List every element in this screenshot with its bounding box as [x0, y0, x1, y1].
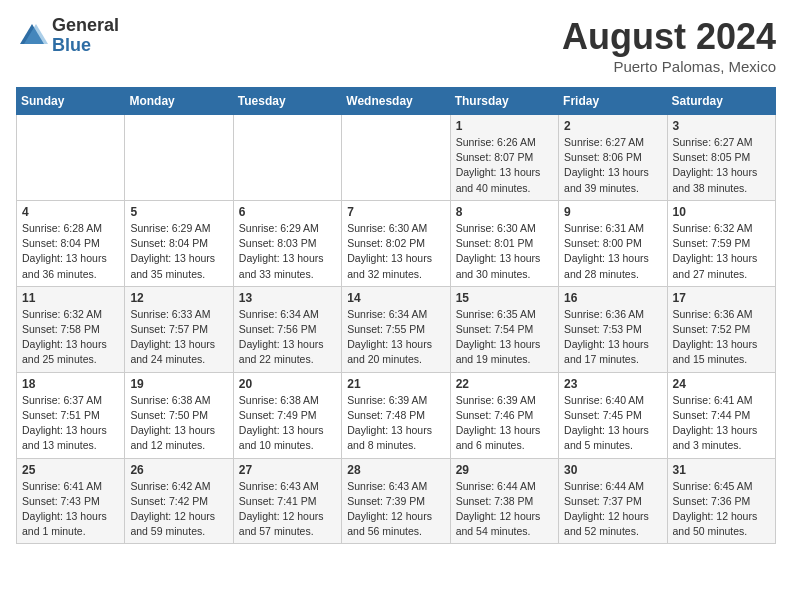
- calendar-cell: 18Sunrise: 6:37 AM Sunset: 7:51 PM Dayli…: [17, 372, 125, 458]
- calendar-cell: 9Sunrise: 6:31 AM Sunset: 8:00 PM Daylig…: [559, 200, 667, 286]
- calendar-header-wednesday: Wednesday: [342, 88, 450, 115]
- location-subtitle: Puerto Palomas, Mexico: [562, 58, 776, 75]
- calendar-header-sunday: Sunday: [17, 88, 125, 115]
- calendar-cell: 19Sunrise: 6:38 AM Sunset: 7:50 PM Dayli…: [125, 372, 233, 458]
- calendar-cell: [17, 115, 125, 201]
- calendar-week-row: 11Sunrise: 6:32 AM Sunset: 7:58 PM Dayli…: [17, 286, 776, 372]
- calendar-cell: 29Sunrise: 6:44 AM Sunset: 7:38 PM Dayli…: [450, 458, 558, 544]
- day-info: Sunrise: 6:37 AM Sunset: 7:51 PM Dayligh…: [22, 393, 119, 454]
- calendar-cell: 17Sunrise: 6:36 AM Sunset: 7:52 PM Dayli…: [667, 286, 775, 372]
- day-info: Sunrise: 6:34 AM Sunset: 7:56 PM Dayligh…: [239, 307, 336, 368]
- calendar-cell: 30Sunrise: 6:44 AM Sunset: 7:37 PM Dayli…: [559, 458, 667, 544]
- calendar-cell: 23Sunrise: 6:40 AM Sunset: 7:45 PM Dayli…: [559, 372, 667, 458]
- day-info: Sunrise: 6:27 AM Sunset: 8:06 PM Dayligh…: [564, 135, 661, 196]
- calendar-cell: 16Sunrise: 6:36 AM Sunset: 7:53 PM Dayli…: [559, 286, 667, 372]
- day-info: Sunrise: 6:30 AM Sunset: 8:01 PM Dayligh…: [456, 221, 553, 282]
- day-info: Sunrise: 6:41 AM Sunset: 7:44 PM Dayligh…: [673, 393, 770, 454]
- day-number: 23: [564, 377, 661, 391]
- calendar-cell: 25Sunrise: 6:41 AM Sunset: 7:43 PM Dayli…: [17, 458, 125, 544]
- day-number: 30: [564, 463, 661, 477]
- day-info: Sunrise: 6:32 AM Sunset: 7:58 PM Dayligh…: [22, 307, 119, 368]
- day-number: 25: [22, 463, 119, 477]
- calendar-cell: 1Sunrise: 6:26 AM Sunset: 8:07 PM Daylig…: [450, 115, 558, 201]
- calendar-cell: 28Sunrise: 6:43 AM Sunset: 7:39 PM Dayli…: [342, 458, 450, 544]
- day-number: 12: [130, 291, 227, 305]
- logo: General Blue: [16, 16, 119, 56]
- day-info: Sunrise: 6:33 AM Sunset: 7:57 PM Dayligh…: [130, 307, 227, 368]
- calendar-header-friday: Friday: [559, 88, 667, 115]
- day-info: Sunrise: 6:31 AM Sunset: 8:00 PM Dayligh…: [564, 221, 661, 282]
- title-block: August 2024 Puerto Palomas, Mexico: [562, 16, 776, 75]
- logo-icon: [16, 20, 48, 52]
- day-info: Sunrise: 6:39 AM Sunset: 7:48 PM Dayligh…: [347, 393, 444, 454]
- day-info: Sunrise: 6:34 AM Sunset: 7:55 PM Dayligh…: [347, 307, 444, 368]
- day-number: 29: [456, 463, 553, 477]
- page-header: General Blue August 2024 Puerto Palomas,…: [16, 16, 776, 75]
- calendar-table: SundayMondayTuesdayWednesdayThursdayFrid…: [16, 87, 776, 544]
- day-info: Sunrise: 6:40 AM Sunset: 7:45 PM Dayligh…: [564, 393, 661, 454]
- day-info: Sunrise: 6:39 AM Sunset: 7:46 PM Dayligh…: [456, 393, 553, 454]
- calendar-cell: 8Sunrise: 6:30 AM Sunset: 8:01 PM Daylig…: [450, 200, 558, 286]
- day-info: Sunrise: 6:42 AM Sunset: 7:42 PM Dayligh…: [130, 479, 227, 540]
- day-info: Sunrise: 6:27 AM Sunset: 8:05 PM Dayligh…: [673, 135, 770, 196]
- day-info: Sunrise: 6:29 AM Sunset: 8:04 PM Dayligh…: [130, 221, 227, 282]
- calendar-header-tuesday: Tuesday: [233, 88, 341, 115]
- calendar-cell: 6Sunrise: 6:29 AM Sunset: 8:03 PM Daylig…: [233, 200, 341, 286]
- calendar-cell: 13Sunrise: 6:34 AM Sunset: 7:56 PM Dayli…: [233, 286, 341, 372]
- day-number: 1: [456, 119, 553, 133]
- calendar-cell: 4Sunrise: 6:28 AM Sunset: 8:04 PM Daylig…: [17, 200, 125, 286]
- calendar-cell: 3Sunrise: 6:27 AM Sunset: 8:05 PM Daylig…: [667, 115, 775, 201]
- calendar-cell: 10Sunrise: 6:32 AM Sunset: 7:59 PM Dayli…: [667, 200, 775, 286]
- calendar-week-row: 25Sunrise: 6:41 AM Sunset: 7:43 PM Dayli…: [17, 458, 776, 544]
- day-number: 24: [673, 377, 770, 391]
- day-number: 27: [239, 463, 336, 477]
- calendar-cell: 27Sunrise: 6:43 AM Sunset: 7:41 PM Dayli…: [233, 458, 341, 544]
- calendar-week-row: 18Sunrise: 6:37 AM Sunset: 7:51 PM Dayli…: [17, 372, 776, 458]
- day-number: 19: [130, 377, 227, 391]
- day-number: 7: [347, 205, 444, 219]
- day-number: 3: [673, 119, 770, 133]
- day-number: 14: [347, 291, 444, 305]
- calendar-cell: [233, 115, 341, 201]
- month-year-title: August 2024: [562, 16, 776, 58]
- day-number: 6: [239, 205, 336, 219]
- day-number: 11: [22, 291, 119, 305]
- calendar-week-row: 1Sunrise: 6:26 AM Sunset: 8:07 PM Daylig…: [17, 115, 776, 201]
- calendar-cell: 2Sunrise: 6:27 AM Sunset: 8:06 PM Daylig…: [559, 115, 667, 201]
- calendar-cell: 24Sunrise: 6:41 AM Sunset: 7:44 PM Dayli…: [667, 372, 775, 458]
- calendar-cell: 26Sunrise: 6:42 AM Sunset: 7:42 PM Dayli…: [125, 458, 233, 544]
- day-number: 22: [456, 377, 553, 391]
- logo-general-text: General: [52, 16, 119, 36]
- calendar-week-row: 4Sunrise: 6:28 AM Sunset: 8:04 PM Daylig…: [17, 200, 776, 286]
- calendar-cell: 21Sunrise: 6:39 AM Sunset: 7:48 PM Dayli…: [342, 372, 450, 458]
- day-info: Sunrise: 6:38 AM Sunset: 7:49 PM Dayligh…: [239, 393, 336, 454]
- day-number: 2: [564, 119, 661, 133]
- day-info: Sunrise: 6:35 AM Sunset: 7:54 PM Dayligh…: [456, 307, 553, 368]
- calendar-header-monday: Monday: [125, 88, 233, 115]
- day-number: 20: [239, 377, 336, 391]
- day-number: 10: [673, 205, 770, 219]
- day-number: 18: [22, 377, 119, 391]
- calendar-cell: 5Sunrise: 6:29 AM Sunset: 8:04 PM Daylig…: [125, 200, 233, 286]
- calendar-cell: 11Sunrise: 6:32 AM Sunset: 7:58 PM Dayli…: [17, 286, 125, 372]
- day-number: 15: [456, 291, 553, 305]
- day-number: 13: [239, 291, 336, 305]
- logo-blue-text: Blue: [52, 36, 119, 56]
- calendar-cell: 12Sunrise: 6:33 AM Sunset: 7:57 PM Dayli…: [125, 286, 233, 372]
- day-info: Sunrise: 6:29 AM Sunset: 8:03 PM Dayligh…: [239, 221, 336, 282]
- day-number: 28: [347, 463, 444, 477]
- day-number: 16: [564, 291, 661, 305]
- calendar-cell: 15Sunrise: 6:35 AM Sunset: 7:54 PM Dayli…: [450, 286, 558, 372]
- day-info: Sunrise: 6:36 AM Sunset: 7:52 PM Dayligh…: [673, 307, 770, 368]
- day-info: Sunrise: 6:26 AM Sunset: 8:07 PM Dayligh…: [456, 135, 553, 196]
- day-info: Sunrise: 6:41 AM Sunset: 7:43 PM Dayligh…: [22, 479, 119, 540]
- day-number: 9: [564, 205, 661, 219]
- day-number: 21: [347, 377, 444, 391]
- calendar-cell: 31Sunrise: 6:45 AM Sunset: 7:36 PM Dayli…: [667, 458, 775, 544]
- day-number: 5: [130, 205, 227, 219]
- calendar-header-thursday: Thursday: [450, 88, 558, 115]
- day-info: Sunrise: 6:28 AM Sunset: 8:04 PM Dayligh…: [22, 221, 119, 282]
- calendar-header-saturday: Saturday: [667, 88, 775, 115]
- day-number: 17: [673, 291, 770, 305]
- calendar-cell: 14Sunrise: 6:34 AM Sunset: 7:55 PM Dayli…: [342, 286, 450, 372]
